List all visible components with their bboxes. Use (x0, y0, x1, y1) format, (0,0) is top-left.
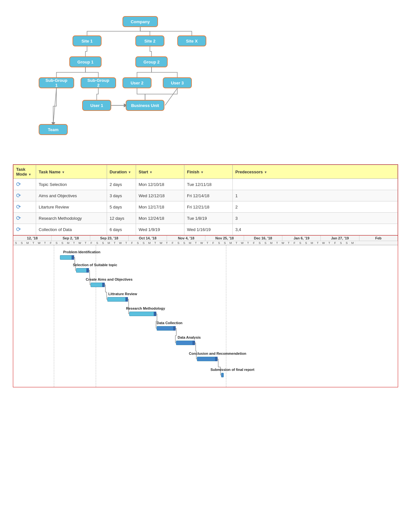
task-mode-icon: ⟳ (16, 215, 21, 221)
org-node-sitex: Site X (177, 35, 206, 46)
cell-task_name: Research Methodology (36, 213, 107, 224)
gantt-day: S (257, 241, 263, 245)
gantt-bar-6 (176, 341, 194, 345)
gantt-day: M (147, 241, 152, 245)
gantt-row-0: ⟳Topic Selection2 daysMon 12/10/18Tue 12… (14, 179, 398, 190)
sort-icon: ▼ (28, 173, 32, 176)
cell-task_name: Litarture Review (36, 201, 107, 213)
gantt-day: S (344, 241, 350, 245)
org-node-business: Business Unit (126, 100, 164, 111)
gantt-row-1: ⟳Aims and Objectives3 daysWed 12/12/18Fr… (14, 190, 398, 201)
cell-task_name: Topic Selection (36, 179, 107, 190)
gantt-day: M (269, 241, 274, 245)
gantt-task-label-8: Submission of final report (210, 368, 254, 372)
col-header-duration[interactable]: Duration ▼ (107, 165, 136, 179)
gantt-bar-nub-7 (215, 357, 218, 361)
org-chart: CompanySite 1Site 2Site XGroup 1Group 2S… (13, 13, 398, 148)
svg-line-2 (53, 88, 56, 124)
cell-finish: Fri 12/14/18 (184, 190, 233, 201)
gantt-month-3: Oct 14, '18 (129, 236, 167, 241)
gantt-bar-3 (107, 297, 127, 302)
org-node-subgroup2: Sub-Group 2 (81, 77, 116, 88)
org-node-group1: Group 1 (69, 56, 102, 67)
col-header-finish[interactable]: Finish ▼ (184, 165, 233, 179)
col-header-task_mode[interactable]: TaskMode ▼ (14, 165, 36, 179)
sort-icon: ▼ (128, 170, 131, 174)
gantt-timeline-header: 12, '18Sep 2, '18Sep 23, '18Oct 14, '18N… (13, 236, 398, 245)
gantt-bar-nub-1 (86, 268, 89, 273)
gantt-day: T (245, 241, 251, 245)
gantt-row-2: ⟳Litarture Review5 daysMon 12/17/18Fri 1… (14, 201, 398, 213)
gantt-dashed-line (226, 245, 226, 387)
gantt-header: TaskMode ▼Task Name ▼Duration ▼Start ▼Fi… (14, 165, 398, 179)
gantt-bar-0 (60, 255, 73, 260)
gantt-day: F (89, 241, 94, 245)
gantt-day: S (100, 241, 106, 245)
cell-task_name: Aims and Objectives (36, 190, 107, 201)
gantt-section: TaskMode ▼Task Name ▼Duration ▼Start ▼Fi… (13, 164, 398, 236)
gantt-day: M (187, 241, 193, 245)
task-mode-icon: ⟳ (16, 192, 21, 199)
task-mode-cell: ⟳ (14, 190, 36, 201)
cell-predecessors: 2 (233, 201, 398, 213)
org-node-team: Team (39, 124, 68, 135)
gantt-day: S (222, 241, 228, 245)
sort-icon: ▼ (62, 170, 65, 174)
org-node-group2: Group 2 (135, 56, 168, 67)
gantt-day: W (36, 241, 42, 245)
gantt-day: W (321, 241, 327, 245)
gantt-day: S (94, 241, 100, 245)
task-mode-cell: ⟳ (14, 224, 36, 235)
gantt-day: S (176, 241, 181, 245)
sort-icon: ▼ (149, 170, 152, 174)
gantt-bar-nub-6 (192, 341, 195, 345)
cell-duration: 6 days (107, 224, 136, 235)
org-nodes: CompanySite 1Site 2Site XGroup 1Group 2S… (13, 13, 398, 148)
gantt-month-9: Feb (359, 236, 398, 241)
gantt-day: T (42, 241, 48, 245)
col-header-start[interactable]: Start ▼ (136, 165, 184, 179)
task-mode-cell: ⟳ (14, 201, 36, 213)
gantt-day: T (152, 241, 158, 245)
sort-icon: ▼ (201, 170, 204, 174)
gantt-day: W (280, 241, 286, 245)
task-mode-icon: ⟳ (16, 181, 21, 188)
gantt-day: S (181, 241, 187, 245)
gantt-task-label-2: Create Aims and Objectives (86, 277, 132, 281)
gantt-day: W (118, 241, 123, 245)
gantt-days: SSMTWTFSSMTWTFSSMTWTFSSMTWTFSSMTWTFSSMTW… (13, 241, 398, 245)
gantt-day: F (170, 241, 176, 245)
task-mode-icon: ⟳ (16, 226, 21, 233)
gantt-table: TaskMode ▼Task Name ▼Duration ▼Start ▼Fi… (13, 165, 398, 235)
task-mode-cell: ⟳ (14, 179, 36, 190)
gantt-day: M (65, 241, 71, 245)
col-header-task_name[interactable]: Task Name ▼ (36, 165, 107, 179)
org-node-user3: User 3 (163, 77, 192, 88)
gantt-day: S (60, 241, 65, 245)
gantt-day: S (141, 241, 147, 245)
gantt-dashed-line (54, 245, 54, 387)
gantt-day: W (158, 241, 164, 245)
gantt-day: T (164, 241, 170, 245)
col-header-predecessors[interactable]: Predecessors ▼ (233, 165, 398, 179)
cell-start: Mon 12/24/18 (136, 213, 184, 224)
gantt-day: T (234, 241, 240, 245)
gantt-day: T (327, 241, 332, 245)
gantt-day: M (25, 241, 31, 245)
gantt-month-8: Jan 27, '19 (321, 236, 359, 241)
gantt-day: F (48, 241, 54, 245)
gantt-day: T (123, 241, 129, 245)
gantt-month-2: Sep 23, '18 (90, 236, 129, 241)
gantt-day: M (228, 241, 234, 245)
gantt-day: F (292, 241, 298, 245)
gantt-task-label-4: Research Methodology (126, 306, 165, 310)
gantt-day: W (77, 241, 83, 245)
gantt-bar-nub-4 (154, 312, 156, 316)
gantt-day: T (71, 241, 77, 245)
gantt-day: M (350, 241, 356, 245)
cell-predecessors: 3 (233, 213, 398, 224)
sort-icon: ▼ (264, 170, 267, 174)
gantt-task-label-5: Data Collection (157, 321, 182, 325)
gantt-day: S (216, 241, 222, 245)
cell-start: Mon 12/17/18 (136, 201, 184, 213)
